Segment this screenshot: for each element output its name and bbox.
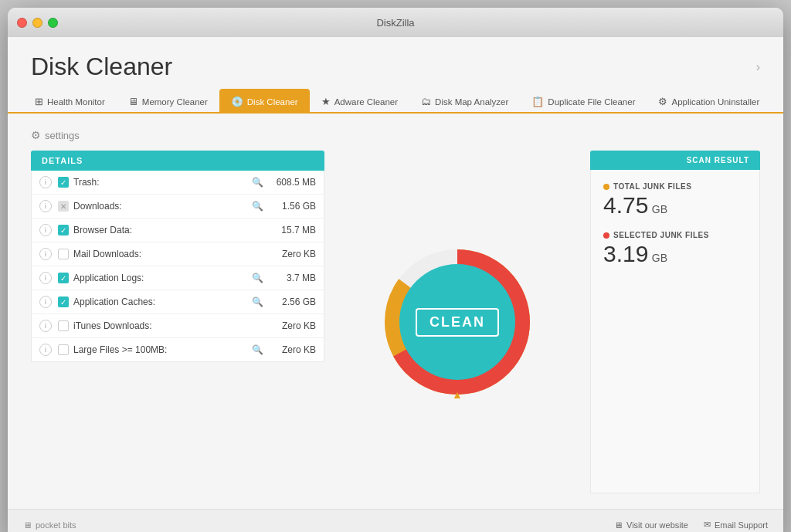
settings-text: settings bbox=[45, 130, 80, 141]
checkbox-empty-icon bbox=[58, 249, 69, 259]
visit-website-link[interactable]: 🖥 Visit our website bbox=[614, 520, 688, 530]
info-icon[interactable]: i bbox=[39, 296, 52, 308]
tab-adware-cleaner-label: Adware Cleaner bbox=[334, 97, 398, 107]
list-item: i Mail Downloads: 🔍 Zero KB bbox=[32, 242, 324, 266]
info-icon[interactable]: i bbox=[39, 272, 52, 284]
checkbox-appcaches[interactable] bbox=[56, 296, 70, 307]
window-controls bbox=[17, 18, 58, 28]
footer-links: 🖥 Visit our website ✉ Email Support bbox=[614, 520, 768, 530]
search-icon[interactable]: 🔍 bbox=[252, 344, 263, 355]
brand-icon: 🖥 bbox=[23, 520, 32, 530]
search-icon[interactable]: 🔍 bbox=[252, 273, 263, 283]
item-name-itunes: iTunes Downloads: bbox=[73, 320, 252, 331]
item-size-browser: 15.7 MB bbox=[270, 225, 316, 236]
tab-duplicate-label: Duplicate File Cleaner bbox=[548, 97, 635, 107]
checkbox-itunes[interactable] bbox=[56, 320, 70, 331]
tab-adware-cleaner[interactable]: ★ Adware Cleaner bbox=[310, 89, 409, 114]
tab-memory-cleaner[interactable]: 🖥 Memory Cleaner bbox=[117, 89, 219, 114]
item-size-appcaches: 2.56 GB bbox=[270, 296, 316, 307]
gear-icon: ⚙ bbox=[31, 129, 41, 141]
donut-center: CLEAN bbox=[399, 264, 515, 380]
item-size-trash: 608.5 MB bbox=[270, 177, 316, 188]
details-header: DETAILS bbox=[31, 151, 324, 171]
list-item: i Trash: 🔍 608.5 MB bbox=[32, 171, 324, 195]
tab-file-shredder[interactable]: 📄 File Shredder bbox=[771, 89, 783, 114]
adware-cleaner-icon: ★ bbox=[321, 96, 331, 107]
maximize-button[interactable] bbox=[48, 18, 58, 28]
list-item: i Browser Data: 🔍 15.7 MB bbox=[32, 219, 324, 242]
main-content: ⚙ settings DETAILS i Trash: bbox=[8, 114, 783, 509]
monitor-icon: 🖥 bbox=[614, 520, 623, 530]
footer: 🖥 pocket bits 🖥 Visit our website ✉ Emai… bbox=[8, 509, 783, 532]
tab-memory-cleaner-label: Memory Cleaner bbox=[142, 97, 208, 107]
settings-label: ⚙ settings bbox=[31, 129, 760, 141]
tab-duplicate-file-cleaner[interactable]: 📋 Duplicate File Cleaner bbox=[520, 89, 647, 114]
close-button[interactable] bbox=[17, 18, 27, 28]
search-icon[interactable]: 🔍 bbox=[252, 177, 263, 188]
item-size-itunes: Zero KB bbox=[270, 320, 316, 331]
selected-value-unit: GB bbox=[652, 252, 667, 264]
info-icon[interactable]: i bbox=[39, 200, 52, 212]
tab-health-monitor-label: Health Monitor bbox=[47, 97, 105, 107]
checkbox-largefiles[interactable] bbox=[56, 344, 70, 355]
checkbox-empty-icon bbox=[58, 344, 69, 355]
tab-disk-cleaner-label: Disk Cleaner bbox=[247, 97, 298, 107]
info-icon[interactable]: i bbox=[39, 320, 52, 332]
checkbox-browser[interactable] bbox=[56, 225, 70, 236]
health-monitor-icon: ⊞ bbox=[35, 96, 43, 107]
email-icon: ✉ bbox=[704, 520, 711, 530]
tab-app-uninstaller[interactable]: ⚙ Application Uninstaller bbox=[647, 89, 771, 114]
info-icon[interactable]: i bbox=[39, 344, 52, 356]
arrow-indicator: ▲ bbox=[452, 388, 463, 401]
checkbox-downloads[interactable]: ✕ bbox=[56, 201, 70, 212]
item-size-mail: Zero KB bbox=[270, 249, 316, 259]
tab-health-monitor[interactable]: ⊞ Health Monitor bbox=[23, 89, 117, 114]
selected-junk-label: SELECTED JUNK FILES bbox=[603, 231, 747, 239]
checkbox-empty-icon bbox=[58, 320, 69, 331]
checkbox-applogs[interactable] bbox=[56, 273, 70, 283]
email-support-link[interactable]: ✉ Email Support bbox=[704, 520, 768, 530]
disk-map-icon: 🗂 bbox=[421, 96, 431, 107]
list-item: i Application Caches: 🔍 2.56 GB bbox=[32, 290, 324, 314]
list-item: i ✕ Downloads: 🔍 1.56 GB bbox=[32, 195, 324, 219]
checkbox-x-icon: ✕ bbox=[58, 201, 69, 212]
left-panel: DETAILS i Trash: 🔍 608.5 MB bbox=[31, 151, 324, 493]
tab-disk-map-label: Disk Map Analyzer bbox=[435, 97, 508, 107]
window-title: DiskZilla bbox=[376, 17, 414, 29]
total-value-number: 4.75 bbox=[603, 192, 648, 218]
details-table: i Trash: 🔍 608.5 MB i ✕ bbox=[31, 171, 324, 362]
selected-value-number: 3.19 bbox=[603, 241, 648, 266]
tabs-bar: ⊞ Health Monitor 🖥 Memory Cleaner 💿 Disk… bbox=[8, 89, 783, 114]
right-panel: SCAN RESULT TOTAL JUNK FILES 4.75 GB bbox=[590, 151, 760, 493]
page-title: Disk Cleaner bbox=[31, 53, 172, 81]
total-junk-value: 4.75 GB bbox=[603, 192, 747, 219]
item-name-appcaches: Application Caches: bbox=[73, 296, 252, 307]
search-icon[interactable]: 🔍 bbox=[252, 201, 263, 212]
page-header: Disk Cleaner › bbox=[8, 37, 783, 89]
scan-result-body: TOTAL JUNK FILES 4.75 GB SELECTED JUNK F… bbox=[590, 170, 760, 493]
info-icon[interactable]: i bbox=[39, 224, 52, 236]
visit-website-label: Visit our website bbox=[626, 520, 688, 530]
item-name-largefiles: Large Files >= 100MB: bbox=[73, 344, 252, 355]
tab-disk-map-analyzer[interactable]: 🗂 Disk Map Analyzer bbox=[409, 89, 520, 114]
title-bar: DiskZilla bbox=[8, 8, 783, 37]
donut-chart: CLEAN ▲ bbox=[372, 237, 542, 407]
item-name-mail: Mail Downloads: bbox=[73, 249, 252, 259]
tab-disk-cleaner[interactable]: 💿 Disk Cleaner bbox=[219, 89, 310, 114]
total-value-unit: GB bbox=[652, 203, 667, 215]
checkbox-trash[interactable] bbox=[56, 177, 70, 188]
selected-junk-value: 3.19 GB bbox=[603, 241, 747, 267]
checkbox-mail[interactable] bbox=[56, 249, 70, 259]
shredder-icon: 📄 bbox=[783, 96, 783, 107]
clean-button[interactable]: CLEAN bbox=[416, 308, 499, 337]
checkbox-checked-icon bbox=[58, 273, 69, 283]
minimize-button[interactable] bbox=[32, 18, 42, 28]
info-icon[interactable]: i bbox=[39, 248, 52, 260]
info-icon[interactable]: i bbox=[39, 176, 52, 188]
uninstaller-icon: ⚙ bbox=[658, 96, 667, 107]
app-window: DiskZilla Disk Cleaner › ⊞ Health Monito… bbox=[8, 8, 783, 532]
disk-cleaner-icon: 💿 bbox=[231, 96, 243, 107]
search-icon[interactable]: 🔍 bbox=[252, 296, 263, 307]
expand-icon[interactable]: › bbox=[756, 60, 760, 74]
selected-junk-section: SELECTED JUNK FILES 3.19 GB bbox=[603, 231, 747, 267]
